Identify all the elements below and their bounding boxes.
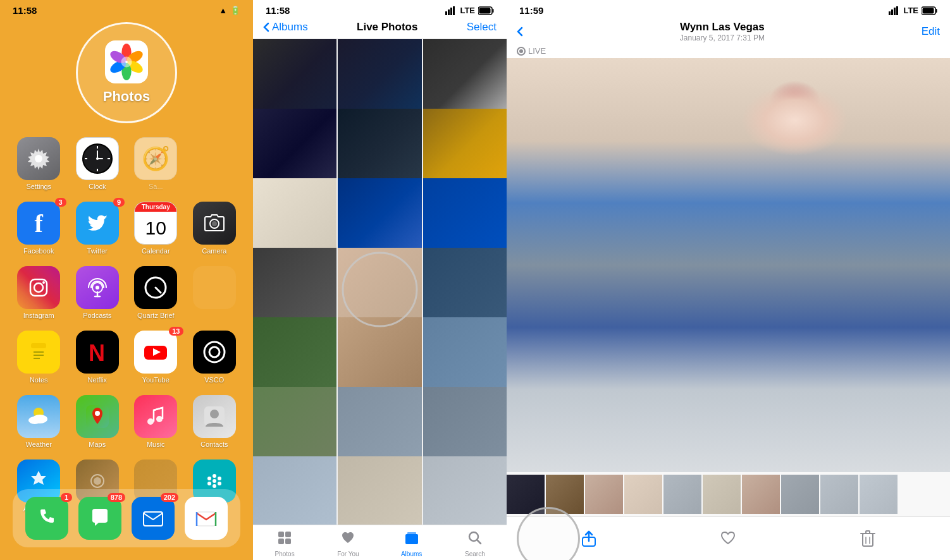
thumb-2[interactable] — [546, 475, 584, 514]
detail-back-button[interactable] — [517, 27, 523, 37]
phone-icon — [34, 506, 59, 531]
photos-highlight-circle: Photos — [76, 22, 177, 123]
for-you-tab-icon — [340, 530, 355, 549]
tab-search[interactable]: Search — [443, 530, 507, 557]
svg-point-51 — [213, 484, 216, 488]
time-3: 11:59 — [519, 5, 543, 16]
dock-mail[interactable]: 202 — [132, 497, 175, 540]
svg-point-50 — [213, 479, 216, 483]
svg-rect-63 — [493, 9, 494, 13]
youtube-badge: 13 — [169, 327, 183, 336]
vsco-label: VSCO — [204, 376, 224, 384]
app-notes[interactable]: Notes — [15, 331, 63, 384]
thumbnail-strip[interactable] — [507, 472, 950, 516]
photos-app-icon-large[interactable] — [105, 40, 148, 83]
settings-icon — [17, 137, 60, 180]
select-button[interactable]: Select — [467, 21, 497, 33]
contacts-svg — [200, 403, 228, 430]
photos-tab-label: Photos — [275, 551, 295, 557]
battery-icon-3 — [922, 6, 937, 15]
thumb-4[interactable] — [624, 475, 662, 514]
svg-rect-59 — [448, 9, 450, 15]
search-tab-svg — [467, 530, 483, 545]
albums-back-button[interactable]: Albums — [263, 21, 308, 33]
live-photos-nav: Albums Live Photos Select — [253, 18, 507, 39]
thumb-8[interactable] — [781, 475, 819, 514]
app-vsco[interactable]: VSCO — [191, 331, 238, 384]
thumb-5[interactable] — [663, 475, 701, 514]
mail-icon — [140, 506, 166, 531]
app-clock[interactable]: Clock — [74, 137, 121, 190]
weather-icon — [17, 395, 60, 438]
app-maps[interactable]: Maps — [74, 395, 121, 448]
svg-rect-60 — [450, 8, 452, 15]
weather-svg — [25, 403, 52, 430]
albums-tab-icon — [404, 530, 419, 549]
app-netflix[interactable]: N Netflix — [74, 331, 121, 384]
notes-icon — [17, 331, 60, 374]
photo-cell-20[interactable] — [338, 456, 421, 525]
svg-line-44 — [154, 408, 163, 410]
messages-icon — [87, 506, 113, 531]
instagram-label: Instagram — [23, 312, 54, 319]
svg-point-41 — [95, 411, 100, 416]
thumb-10[interactable] — [860, 475, 898, 514]
notes-label: Notes — [30, 376, 48, 384]
vsco-svg — [200, 338, 228, 366]
live-photos-title: Live Photos — [357, 21, 417, 33]
app-safari[interactable]: 🧭 Sa... — [132, 137, 180, 190]
dock-messages[interactable]: 878 — [78, 497, 121, 540]
svg-point-18 — [212, 221, 217, 226]
netflix-svg: N — [83, 338, 111, 366]
app-facebook[interactable]: f 3 Facebook — [15, 202, 63, 255]
app-twitter[interactable]: 9 Twitter — [74, 202, 121, 255]
thumb-3[interactable] — [585, 475, 623, 514]
facebook-badge: 3 — [55, 198, 66, 207]
time-2: 11:58 — [266, 5, 290, 16]
app-music[interactable]: Music — [132, 395, 180, 448]
svg-point-23 — [96, 286, 99, 289]
tab-photos[interactable]: Photos — [253, 530, 316, 557]
app-weather[interactable]: Weather — [15, 395, 63, 448]
svg-rect-67 — [278, 539, 284, 544]
thumb-7[interactable] — [742, 475, 780, 514]
app-instagram[interactable]: Instagram — [15, 266, 63, 319]
status-bar-3: 11:59 LTE — [507, 0, 950, 18]
dock-phone[interactable]: 1 — [25, 497, 68, 540]
main-photo[interactable] — [507, 58, 950, 472]
app-camera[interactable]: Camera — [191, 202, 238, 255]
app-quartz[interactable]: Quartz Brief — [132, 266, 180, 319]
heart-icon — [719, 530, 737, 547]
cal-day: 10 — [135, 212, 176, 244]
svg-rect-65 — [278, 532, 284, 537]
svg-line-72 — [477, 540, 481, 544]
app-calendar[interactable]: Thursday 10 Calendar — [132, 202, 180, 255]
svg-point-6 — [121, 57, 132, 68]
edit-button[interactable]: Edit — [922, 25, 940, 38]
podcasts-label: Podcasts — [83, 312, 111, 319]
delete-button[interactable] — [854, 525, 882, 552]
tab-albums[interactable]: Albums — [380, 530, 443, 557]
quartz-label: Quartz Brief — [137, 312, 175, 319]
photo-title-area: Wynn Las Vegas January 5, 2017 7:31 PM — [523, 21, 922, 42]
camera-label: Camera — [202, 247, 226, 255]
tab-for-you[interactable]: For You — [316, 530, 379, 557]
for-you-label: For You — [337, 551, 359, 557]
share-button[interactable] — [575, 525, 603, 552]
photo-location-title: Wynn Las Vegas — [523, 21, 922, 33]
app-youtube[interactable]: 13 YouTube — [132, 331, 180, 384]
thumb-9[interactable] — [820, 475, 858, 514]
svg-point-49 — [213, 474, 216, 478]
favorite-button[interactable] — [714, 525, 742, 552]
svg-point-55 — [218, 482, 221, 485]
thumb-6[interactable] — [703, 475, 741, 514]
dock-gmail[interactable] — [185, 497, 228, 540]
app-contacts[interactable]: Contacts — [191, 395, 238, 448]
thumb-1[interactable] — [507, 475, 545, 514]
app-settings[interactable]: Settings — [15, 137, 63, 190]
photo-cell-19[interactable] — [253, 456, 336, 525]
camera-svg — [202, 210, 227, 236]
app-podcasts[interactable]: Podcasts — [74, 266, 121, 319]
photo-cell-21[interactable] — [423, 456, 507, 525]
svg-rect-78 — [936, 9, 937, 13]
